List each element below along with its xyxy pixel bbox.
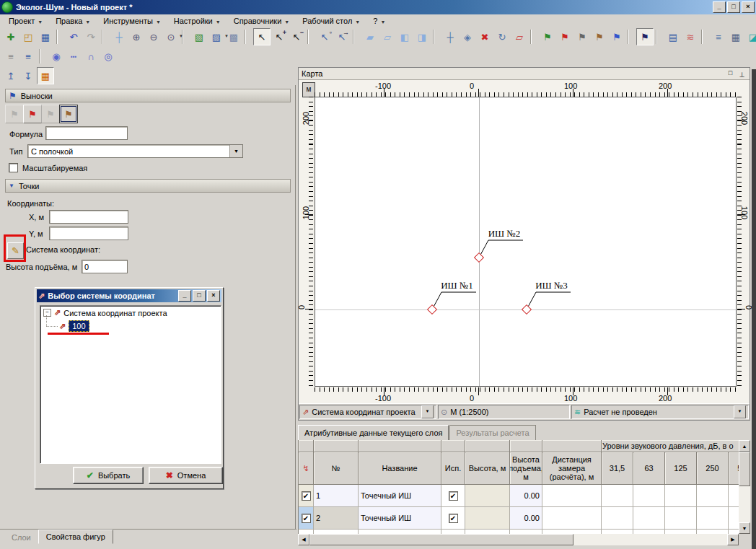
tab-calc-results[interactable]: Результаты расчета [449, 425, 535, 440]
pin-icon[interactable]: ⊤ [737, 69, 747, 78]
callout-add-button[interactable]: ⚑ [539, 28, 556, 45]
column-header-5[interactable]: Высота подъема, м [510, 452, 542, 485]
checkbox[interactable]: ✔ [302, 491, 311, 501]
open-project-button[interactable]: ◰ [19, 28, 37, 45]
callout-marker-button[interactable]: ⚑ [591, 28, 608, 45]
scalable-checkbox[interactable] [9, 163, 18, 172]
used-cell[interactable]: ✔ [441, 485, 465, 507]
column-header-2[interactable]: Название [359, 452, 441, 485]
used-cell[interactable]: ✔ [441, 507, 465, 530]
combine-xor-button[interactable]: ◨ [413, 28, 431, 45]
checkbox[interactable]: ✔ [449, 514, 458, 523]
level-cell[interactable] [665, 507, 697, 530]
y-input[interactable] [49, 227, 128, 240]
menu-item-references[interactable]: Справочники▼ [229, 15, 294, 27]
maximize-button[interactable]: □ [727, 1, 740, 13]
column-header-9[interactable]: 125 [665, 452, 697, 485]
formula-input[interactable] [45, 126, 128, 140]
column-header-3[interactable]: Исп. [441, 452, 465, 485]
dialog-minimize-button[interactable]: _ [178, 290, 191, 302]
noise-point-source-button[interactable]: ◉ [48, 48, 65, 65]
calc-state-selector[interactable]: ≋ Расчет не проведен ▼ [571, 405, 749, 419]
row-select-cell[interactable]: ✔ [299, 485, 314, 507]
callouts-section-header[interactable]: ⚑ Выноски [5, 89, 291, 102]
undo-button[interactable]: ↶ [65, 28, 82, 45]
menu-item-desktop[interactable]: Рабочий стол▼ [298, 15, 364, 27]
level-cell[interactable] [633, 485, 665, 507]
level-cell[interactable] [697, 507, 729, 530]
zoom-out-button[interactable]: ⊖ [145, 28, 162, 45]
column-header-6[interactable]: Дистанция замера (расчёта), м [542, 452, 602, 485]
chevron-down-icon[interactable]: ▼ [421, 405, 434, 418]
menu-item-edit[interactable]: Правка▼ [51, 15, 94, 27]
add-figure-button[interactable]: ▧ [190, 28, 208, 45]
height-cell[interactable] [465, 485, 510, 507]
callout-text-button[interactable]: ⚑ [41, 105, 60, 123]
tree-node-root[interactable]: − ⇗ Система координат проекта [43, 308, 167, 317]
tab-figure-properties[interactable]: Свойства фигур [38, 530, 113, 544]
noise-line-source-button[interactable]: ┅ [65, 48, 82, 65]
dialog-maximize-button[interactable]: □ [193, 290, 206, 302]
level-cell[interactable] [697, 485, 729, 507]
callout-scale-ruler-button[interactable]: ⚑ [636, 28, 654, 45]
x-input[interactable] [49, 210, 128, 224]
scroll-up-icon[interactable]: ▲ [739, 440, 750, 452]
points-section-header[interactable]: ▼ Точки [5, 179, 291, 193]
column-header-7[interactable]: 31,5 [602, 452, 633, 485]
callout-type-select[interactable]: С полочкой ▼ [27, 144, 243, 158]
level-cell[interactable] [729, 485, 739, 507]
pick-figure-button[interactable]: ▩ [225, 28, 242, 45]
scrollbar-thumb[interactable] [739, 452, 750, 486]
delete-figure-button[interactable]: ✖ [476, 28, 493, 45]
ruler-list-button[interactable]: ≡ [710, 28, 727, 45]
menu-item-help[interactable]: ?▼ [369, 15, 390, 27]
menu-item-project[interactable]: Проект▼ [4, 15, 47, 27]
noise-area-source-button[interactable]: ◎ [100, 48, 117, 65]
eraser-button[interactable]: ◪ [744, 28, 756, 45]
chevron-down-icon[interactable]: ▼ [179, 34, 183, 38]
level-cell[interactable] [602, 485, 633, 507]
select-remove-button[interactable]: ↖− [288, 28, 305, 45]
close-button[interactable]: × [742, 1, 755, 13]
restore-icon[interactable]: □ [726, 69, 735, 78]
move-vertex-button[interactable]: ┼ [441, 28, 459, 45]
tab-layers[interactable]: Слои [4, 531, 38, 544]
select-button[interactable]: ✔ Выбрать [73, 467, 144, 484]
zoom-in-button[interactable]: ⊕ [128, 28, 145, 45]
callout-add-button[interactable]: ⚑ [5, 105, 24, 123]
name-cell[interactable]: Точечный ИШ [359, 485, 441, 507]
cancel-button[interactable]: ✖ Отмена [149, 467, 223, 484]
scroll-down-icon[interactable]: ▼ [739, 522, 750, 534]
edit-contour-button[interactable]: ↻ [493, 28, 511, 45]
height-cell[interactable] [465, 507, 510, 530]
tab-attribute-data[interactable]: Атрибутивные данные текущего слоя [298, 425, 449, 441]
zoom-scale-button[interactable]: ⊙▼ [162, 28, 180, 45]
column-header-10[interactable]: 250 [697, 452, 729, 485]
minimize-button[interactable]: _ [713, 1, 726, 13]
level-cell[interactable] [665, 485, 697, 507]
callout-marker-button[interactable]: ⚑ [59, 105, 78, 123]
grid-pattern-button[interactable]: ▦ [727, 28, 744, 45]
name-cell[interactable]: Точечный ИШ [359, 507, 441, 530]
column-header-select[interactable]: ↯ [299, 452, 314, 485]
column-header-4[interactable]: Высота, м [465, 452, 510, 485]
select-move-button[interactable]: ↖→ [333, 28, 351, 45]
coord-system-selector[interactable]: ⇗ Система координат проекта ▼ [299, 405, 436, 419]
panel-props-button[interactable]: ▦ [37, 67, 54, 84]
distance-cell[interactable] [542, 485, 602, 507]
distance-cell[interactable] [542, 507, 602, 530]
layers-pack-button[interactable]: ≡ [2, 48, 19, 65]
table-vertical-scrollbar[interactable]: ▲ ▼ [739, 440, 750, 534]
scrollbar-thumb[interactable] [309, 534, 573, 545]
redo-button[interactable]: ↷ [82, 28, 100, 45]
noise-arc-source-button[interactable]: ∩ [82, 48, 100, 65]
column-header-11[interactable]: 500 [729, 452, 739, 485]
tree-node-child[interactable]: ⇗ 100 [59, 320, 89, 332]
scroll-right-icon[interactable]: ▶ [727, 534, 739, 545]
level-cell[interactable] [633, 507, 665, 530]
lift-cell[interactable]: 0.00 [510, 485, 542, 507]
callout-text-button[interactable]: ⚑ [573, 28, 591, 45]
new-project-button[interactable]: ✚ [2, 28, 19, 45]
select-tool-button[interactable]: ↖ [253, 28, 271, 45]
select-add-button[interactable]: ↖+ [271, 28, 288, 45]
